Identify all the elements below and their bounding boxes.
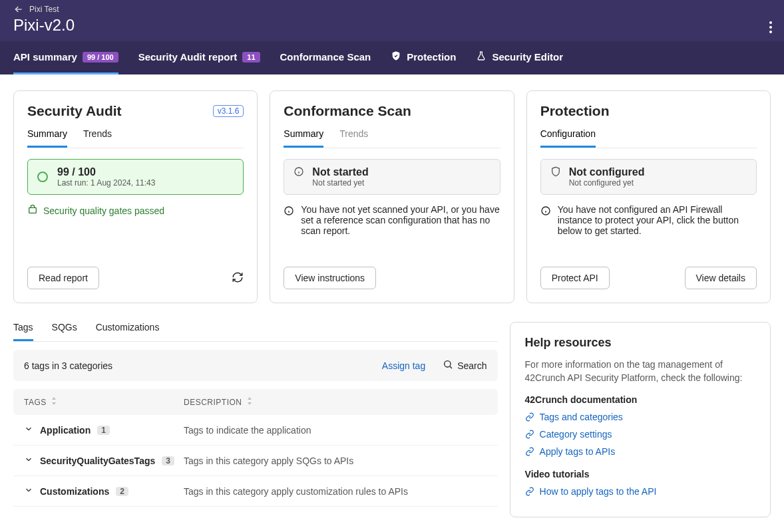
- search-button[interactable]: Search: [443, 359, 487, 372]
- svg-rect-3: [29, 207, 37, 213]
- tags-table-header: TAGS DESCRIPTION: [13, 389, 498, 415]
- section-tab-tags[interactable]: Tags: [13, 322, 33, 341]
- tag-category-name: Application: [40, 425, 91, 436]
- videos-heading: Video tutorials: [525, 469, 755, 479]
- docs-heading: 42Crunch documentation: [525, 394, 755, 405]
- chevron-down-icon: [24, 424, 33, 436]
- main-tabs: API summary 99 / 100 Security Audit repo…: [0, 41, 784, 74]
- tag-count-chip: 2: [116, 487, 128, 496]
- status-subtitle: Not started yet: [312, 178, 368, 188]
- svg-point-0: [769, 21, 772, 24]
- help-resources-card: Help resources For more information on t…: [510, 322, 771, 517]
- refresh-icon[interactable]: [232, 271, 244, 285]
- tag-category-row[interactable]: Customizations 2 Tags in this category a…: [13, 476, 498, 507]
- score-circle-icon: [37, 172, 48, 182]
- protection-info-text: You have not configured an API Firewall …: [540, 204, 757, 236]
- page-header: Pixi Test Pixi-v2.0: [0, 0, 784, 41]
- info-circle-icon: [294, 166, 304, 179]
- gate-icon: [27, 204, 38, 217]
- tag-category-row[interactable]: Application 1 Tags to indicate the appli…: [13, 415, 498, 446]
- status-title: Not configured: [569, 166, 645, 178]
- tag-category-desc: Tags to indicate the application: [184, 425, 487, 436]
- breadcrumb[interactable]: Pixi Test: [13, 4, 771, 15]
- card-title: Conformance Scan: [284, 103, 411, 119]
- svg-line-14: [450, 366, 452, 368]
- tab-badge: 11: [242, 52, 260, 63]
- tab-security-audit[interactable]: Security Audit report 11: [138, 41, 260, 74]
- tab-label: Conformance Scan: [280, 51, 371, 63]
- help-intro: For more information on the tag manageme…: [525, 358, 755, 385]
- card-tab-summary[interactable]: Summary: [27, 128, 67, 148]
- tab-label: API summary: [13, 51, 77, 63]
- tag-count-chip: 3: [162, 456, 174, 466]
- tags-section: Tags SQGs Customizations 6 tags in 3 cat…: [13, 322, 498, 517]
- col-tags-label[interactable]: TAGS: [24, 398, 47, 407]
- overflow-menu-icon[interactable]: [767, 19, 775, 38]
- card-tab-trends[interactable]: Trends: [339, 128, 368, 148]
- protection-status-box: Not configured Not configured yet: [540, 159, 757, 195]
- tag-count-chip: 1: [97, 426, 110, 435]
- protect-api-button[interactable]: Protect API: [540, 267, 610, 289]
- link-tags-categories[interactable]: Tags and categories: [525, 412, 755, 422]
- tab-label: Security Audit report: [138, 51, 238, 63]
- card-tab-configuration[interactable]: Configuration: [540, 128, 596, 148]
- tab-security-editor[interactable]: Security Editor: [476, 41, 563, 74]
- search-icon: [443, 359, 453, 372]
- scan-info-text: You have not yet scanned your API, or yo…: [284, 204, 500, 236]
- protection-card: Protection Configuration Not configured …: [526, 90, 771, 303]
- gates-text: Security quality gates passed: [43, 205, 164, 216]
- sort-icon[interactable]: [246, 397, 253, 407]
- last-run: Last run: 1 Aug 2024, 11:43: [57, 178, 155, 188]
- link-apply-tags[interactable]: Apply tags to APIs: [525, 446, 755, 457]
- tab-conformance-scan[interactable]: Conformance Scan: [280, 41, 371, 74]
- view-details-button[interactable]: View details: [685, 267, 757, 289]
- search-label: Search: [457, 360, 487, 371]
- link-category-settings[interactable]: Category settings: [525, 429, 755, 440]
- shield-icon: [550, 166, 561, 179]
- back-arrow-icon[interactable]: [13, 4, 24, 15]
- svg-point-1: [769, 26, 772, 29]
- card-tab-summary[interactable]: Summary: [284, 128, 323, 148]
- tab-badge: 99 / 100: [83, 52, 118, 63]
- tab-label: Security Editor: [492, 51, 563, 63]
- flask-icon: [476, 51, 487, 63]
- tag-category-desc: Tags in this category apply customizatio…: [184, 486, 487, 497]
- svg-point-13: [445, 361, 451, 367]
- chevron-down-icon: [24, 485, 33, 497]
- tag-category-row[interactable]: SecurityQualityGatesTags 3 Tags in this …: [13, 446, 498, 476]
- sort-icon[interactable]: [51, 397, 57, 407]
- tag-category-desc: Tags in this category apply SQGs to APIs: [184, 456, 487, 466]
- breadcrumb-parent[interactable]: Pixi Test: [29, 5, 59, 14]
- card-title: Protection: [540, 103, 610, 119]
- score-value: 99 / 100: [57, 166, 155, 178]
- view-instructions-button[interactable]: View instructions: [284, 267, 376, 289]
- status-subtitle: Not configured yet: [569, 178, 645, 188]
- link-video-tutorial[interactable]: How to apply tags to the API: [525, 486, 755, 497]
- tab-label: Protection: [407, 51, 456, 63]
- card-tab-trends[interactable]: Trends: [83, 128, 112, 148]
- help-title: Help resources: [525, 336, 755, 350]
- status-title: Not started: [312, 166, 368, 178]
- tag-category-name: Customizations: [40, 486, 109, 497]
- gates-passed: Security quality gates passed: [27, 204, 244, 217]
- chevron-down-icon: [24, 455, 33, 466]
- svg-point-2: [769, 31, 772, 33]
- shield-check-icon: [391, 51, 401, 63]
- tab-protection[interactable]: Protection: [391, 41, 456, 74]
- col-desc-label[interactable]: DESCRIPTION: [184, 398, 242, 407]
- read-report-button[interactable]: Read report: [27, 267, 99, 289]
- card-title: Security Audit: [27, 103, 122, 119]
- section-tab-customizations[interactable]: Customizations: [96, 322, 160, 341]
- page-title: Pixi-v2.0: [13, 16, 771, 35]
- section-tab-sqgs[interactable]: SQGs: [52, 322, 77, 341]
- tag-category-name: SecurityQualityGatesTags: [40, 456, 155, 466]
- security-audit-card: Security Audit v3.1.6 Summary Trends 99 …: [13, 90, 258, 303]
- score-box: 99 / 100 Last run: 1 Aug 2024, 11:43: [27, 159, 244, 195]
- tab-api-summary[interactable]: API summary 99 / 100: [13, 41, 118, 74]
- content-area[interactable]: Security Audit v3.1.6 Summary Trends 99 …: [0, 80, 784, 532]
- scan-status-box: Not started Not started yet: [284, 159, 500, 195]
- assign-tag-link[interactable]: Assign tag: [382, 360, 425, 371]
- tags-topbar: 6 tags in 3 categories Assign tag Search: [13, 350, 498, 381]
- version-chip: v3.1.6: [213, 105, 244, 117]
- tags-summary: 6 tags in 3 categories: [24, 360, 112, 371]
